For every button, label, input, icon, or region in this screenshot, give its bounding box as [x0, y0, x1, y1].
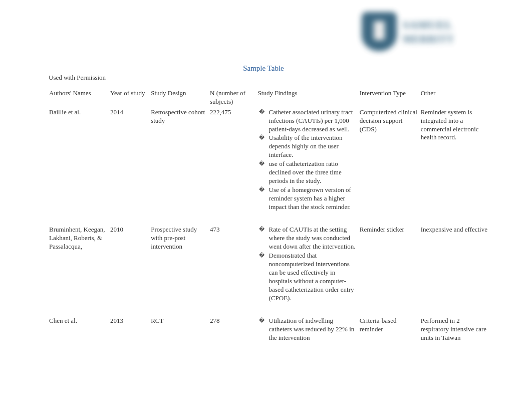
cell-intervention: Computerized clinical decision support (…: [360, 107, 421, 213]
findings-list: Rate of CAUTIs at the setting where the …: [258, 226, 357, 302]
cell-other: Inexpensive and effective: [421, 213, 492, 304]
findings-list: Catheter associated urinary tract infect…: [258, 108, 357, 212]
cell-findings: Catheter associated urinary tract infect…: [258, 107, 360, 213]
cell-n: 278: [210, 304, 258, 344]
list-item: Rate of CAUTIs at the setting where the …: [258, 226, 357, 251]
brand-text: SAMUEL MERRITT: [403, 19, 454, 45]
cell-authors: Bruminhent, Keegan, Lakhani, Roberts, & …: [49, 213, 110, 304]
list-item: use of catheterization ratio declined ov…: [258, 160, 357, 185]
cell-authors: Chen et al.: [49, 304, 110, 344]
cell-n: 222,475: [210, 107, 258, 213]
cell-findings: Rate of CAUTIs at the setting where the …: [258, 213, 360, 304]
cell-design: Prospective study with pre-post interven…: [151, 213, 210, 304]
findings-list: Utilization of indwelling catheters was …: [258, 317, 357, 342]
cell-other: Reminder system is integrated into a com…: [421, 107, 492, 213]
cell-design: Retrospective cohort study: [151, 107, 210, 213]
studies-table: Authors' Names Year of study Study Desig…: [49, 88, 492, 344]
cell-intervention: Criteria-based reminder: [360, 304, 421, 344]
col-authors: Authors' Names: [49, 88, 110, 107]
list-item: Catheter associated urinary tract infect…: [258, 108, 357, 134]
cell-authors: Baillie et al.: [49, 107, 110, 213]
cell-design: RCT: [151, 304, 210, 344]
cell-year: 2014: [110, 107, 151, 213]
cell-intervention: Reminder sticker: [360, 213, 421, 304]
col-intervention: Intervention Type: [360, 88, 421, 107]
cell-year: 2010: [110, 213, 151, 304]
cell-findings: Utilization of indwelling catheters was …: [258, 304, 360, 344]
table-row: Chen et al. 2013 RCT 278 Utilization of …: [49, 304, 492, 344]
col-design: Study Design: [151, 88, 210, 107]
table-row: Baillie et al. 2014 Retrospective cohort…: [49, 107, 492, 213]
cell-other: Performed in 2 respiratory intensive car…: [421, 304, 492, 344]
col-n: N (number of subjects): [210, 88, 258, 107]
col-year: Year of study: [110, 88, 151, 107]
permission-note: Used with Permission: [49, 74, 106, 82]
list-item: Utilization of indwelling catheters was …: [258, 317, 357, 342]
list-item: Use of a homegrown version of reminder s…: [258, 186, 357, 212]
brand-line-2: MERRITT: [403, 34, 454, 45]
col-findings: Study Findings: [258, 88, 360, 107]
table-header-row: Authors' Names Year of study Study Desig…: [49, 88, 492, 107]
cell-n: 473: [210, 213, 258, 304]
brand-line-1: SAMUEL: [403, 19, 454, 32]
col-other: Other: [421, 88, 492, 107]
brand-logo: SAMUEL MERRITT: [362, 9, 492, 54]
cell-year: 2013: [110, 304, 151, 344]
table-row: Bruminhent, Keegan, Lakhani, Roberts, & …: [49, 213, 492, 304]
list-item: Usability of the intervention depends hi…: [258, 134, 357, 159]
page-title: Sample Table: [0, 64, 532, 73]
shield-icon: [362, 12, 397, 51]
list-item: Demonstrated that noncomputerized interv…: [258, 252, 357, 302]
